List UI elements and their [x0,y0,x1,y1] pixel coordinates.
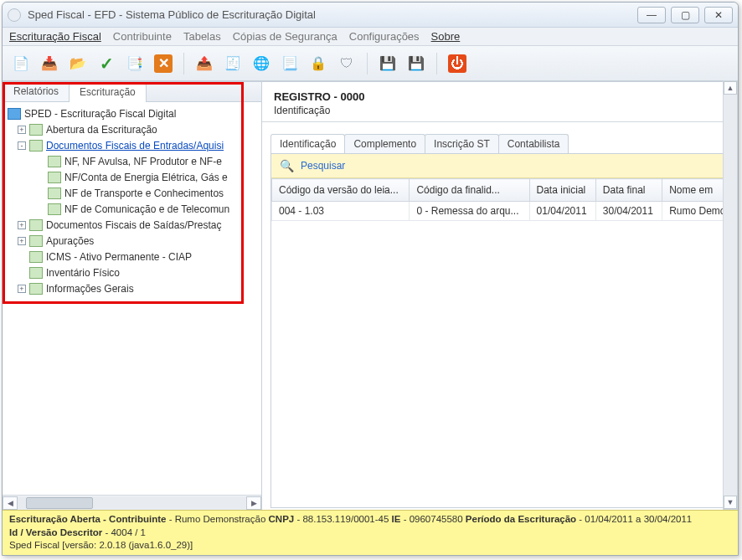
tree-node-doc-saidas[interactable]: + Documentos Fiscais de Saídas/Prestaç [8,217,260,233]
book-icon [8,108,21,120]
expand-icon[interactable]: + [18,285,26,293]
menu-contribuinte[interactable]: Contribuinte [113,30,172,43]
scroll-up-icon[interactable]: ▲ [724,81,737,95]
tree-view[interactable]: SPED - Escrituração Fiscal Digital + Abe… [3,102,261,495]
col-codigo-versao[interactable]: Código da versão do leia... [272,179,410,202]
toolbar-shield-icon[interactable]: 🛡 [335,52,358,75]
folder-icon [29,124,43,136]
tree-node-doc-entradas[interactable]: - Documentos Fiscais de Entradas/Aquisi [8,137,260,153]
menu-configuracoes[interactable]: Configurações [349,30,420,43]
col-data-inicial[interactable]: Data inicial [529,179,595,202]
detail-tabs: Identificação Complemento Inscrição ST C… [271,134,738,153]
folder-icon [29,140,43,152]
tree-node-icms[interactable]: ICMS - Ativo Permanente - CIAP [8,249,260,265]
folder-icon [29,267,43,279]
tab-relatorios[interactable]: Relatórios [3,82,70,101]
search-label[interactable]: Pesquisar [301,160,345,172]
menu-tabelas[interactable]: Tabelas [183,30,221,43]
toolbar-globe-icon[interactable]: 🌐 [250,52,273,75]
register-header: REGISTRO - 0000 Identificação [262,82,738,122]
toolbar-import-icon[interactable]: 📥 [38,52,61,75]
data-grid[interactable]: Código da versão do leia... Código da fi… [271,178,735,507]
col-data-final[interactable]: Data final [595,179,662,202]
register-subtitle: Identificação [274,105,726,116]
toolbar-validate-icon[interactable]: ✓ [95,52,118,75]
menu-sobre[interactable]: Sobre [431,30,461,43]
search-bar[interactable]: 🔍 Pesquisar [271,154,735,178]
folder-icon [29,251,43,263]
maximize-button[interactable]: ▢ [671,7,699,23]
toolbar: 📄 📥 📂 ✓ 📑 ✕ 📤 🧾 🌐 📃 🔒 🛡 💾 💾 ⏻ [3,46,738,81]
scroll-left-icon[interactable]: ◀ [3,496,18,510]
tab-escrituracao[interactable]: Escrituração [69,83,147,102]
tree-hscrollbar[interactable]: ◀ ▶ [3,495,261,510]
tree-node-abertura[interactable]: + Abertura da Escrituração [8,121,260,137]
window-title: Sped Fiscal - EFD - Sistema Público de E… [24,8,637,21]
tree-node-inventario[interactable]: Inventário Físico [8,265,260,280]
toolbar-lock-icon[interactable]: 🔒 [307,52,330,75]
scroll-thumb[interactable] [26,497,93,509]
menu-escrituracao-fiscal[interactable]: Escrituração Fiscal [9,30,101,43]
toolbar-exit-icon[interactable]: ⏻ [446,52,469,75]
folder-icon [29,219,43,231]
minimize-button[interactable]: — [637,7,666,23]
tree-leaf-nf-avulsa[interactable]: NF, NF Avulsa, NF Produtor e NF-e [8,153,260,169]
tree-root[interactable]: SPED - Escrituração Fiscal Digital [8,105,260,121]
menu-copias-seguranca[interactable]: Cópias de Segurança [233,30,338,43]
app-icon [8,8,21,22]
toolbar-receipt-icon[interactable]: 🧾 [221,52,245,75]
doc-icon [48,203,61,215]
tree-node-apuracoes[interactable]: + Apurações [8,233,260,249]
toolbar-open-icon[interactable]: 📂 [66,52,90,75]
col-codigo-finalid[interactable]: Código da finalid... [410,179,529,202]
scroll-down-icon[interactable]: ▼ [724,496,737,509]
toolbar-new-icon[interactable]: 📄 [9,52,33,75]
scroll-right-icon[interactable]: ▶ [246,496,261,510]
titlebar: Sped Fiscal - EFD - Sistema Público de E… [3,3,738,28]
expand-icon[interactable]: + [18,221,26,229]
grid-header-row: Código da versão do leia... Código da fi… [272,179,735,202]
left-tabs: Relatórios Escrituração [3,82,261,102]
tree-leaf-nf-transporte[interactable]: NF de Transporte e Conhecimentos [8,185,260,201]
table-row[interactable]: 004 - 1.03 0 - Remessa do arqu... 01/04/… [272,202,735,221]
dtab-complemento[interactable]: Complemento [344,134,425,153]
collapse-icon[interactable]: - [18,141,26,150]
expand-icon[interactable]: + [18,126,26,134]
dtab-identificacao[interactable]: Identificação [271,134,345,153]
toolbar-sign-icon[interactable]: 📑 [123,52,147,75]
register-title: REGISTRO - 0000 [274,90,726,103]
toolbar-delete-icon[interactable]: ✕ [152,52,175,75]
search-icon: 🔍 [280,159,294,172]
close-button[interactable]: ✕ [704,7,733,23]
tree-node-info-gerais[interactable]: + Informações Gerais [8,280,260,296]
toolbar-send-icon[interactable]: 📤 [193,52,216,75]
vertical-scrollbar[interactable]: ▲ ▼ [723,80,738,510]
expand-icon[interactable]: + [18,237,26,245]
tree-leaf-nf-energia[interactable]: NF/Conta de Energia Elétrica, Gás e [8,169,260,185]
folder-icon [29,283,43,295]
doc-icon [48,156,61,167]
doc-icon [48,172,61,183]
dtab-inscricao-st[interactable]: Inscrição ST [425,134,499,153]
toolbar-save2-icon[interactable]: 💾 [404,52,428,75]
toolbar-doc-icon[interactable]: 📃 [278,52,301,75]
toolbar-save-icon[interactable]: 💾 [376,52,399,75]
doc-icon [48,188,61,199]
tree-leaf-nf-comunicacao[interactable]: NF de Comunicação e de Telecomun [8,201,260,217]
folder-icon [29,235,43,247]
dtab-contabilista[interactable]: Contabilista [498,134,569,153]
status-bar: Escrituração Aberta - Contribuinte - Rum… [3,510,738,555]
menubar: Escrituração Fiscal Contribuinte Tabelas… [3,28,738,46]
